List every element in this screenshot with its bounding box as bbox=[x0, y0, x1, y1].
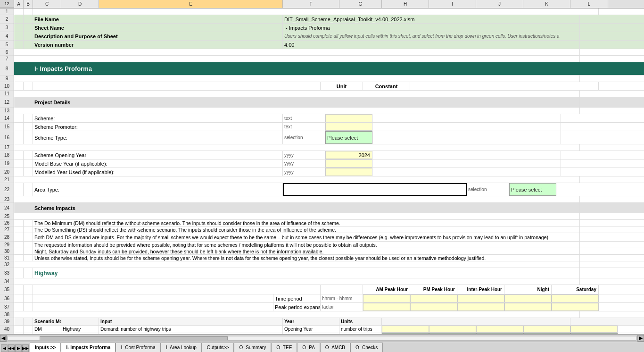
tab-next-button[interactable]: ▶ bbox=[15, 344, 22, 352]
rownum-11: 11 bbox=[0, 91, 14, 97]
row-27-ds: The Do Something (DS) should reflect the… bbox=[14, 226, 644, 233]
cell-scheme-label: Scheme: bbox=[33, 114, 283, 122]
cell-41-ip-select[interactable]: Please select bbox=[476, 333, 523, 334]
rownum-16: 16 bbox=[0, 131, 14, 144]
col-header-L[interactable]: L bbox=[570, 0, 608, 8]
rownum-21: 21 bbox=[0, 176, 14, 183]
scroll-track-h[interactable] bbox=[8, 336, 636, 341]
cell-41-night-select[interactable]: Please select bbox=[523, 333, 570, 334]
col-header-I[interactable]: I bbox=[429, 0, 476, 8]
cell-35-spacer bbox=[33, 285, 321, 294]
cell-35-A bbox=[14, 285, 24, 294]
cell-10-A bbox=[14, 82, 24, 90]
cell-time-am[interactable] bbox=[363, 294, 410, 302]
tab-outputs[interactable]: Outputs>> bbox=[202, 343, 234, 352]
col-header-D[interactable]: D bbox=[61, 0, 99, 8]
horizontal-scrollbar[interactable]: ◀ ▶ bbox=[0, 334, 644, 342]
cell-area-select[interactable]: Please select bbox=[509, 183, 556, 196]
cell-year-header: Year bbox=[283, 318, 339, 325]
tab-tee[interactable]: O- TEE bbox=[271, 343, 297, 352]
col-header-A[interactable]: A bbox=[14, 0, 24, 8]
cell-promoter-input[interactable] bbox=[325, 123, 372, 131]
cell-41-pm-select[interactable]: Please select bbox=[429, 333, 476, 334]
cell-40-units: number of trips bbox=[339, 326, 382, 333]
cell-mod-year-unit: yyyy bbox=[283, 168, 325, 176]
tab-first-button[interactable]: ◀◀ bbox=[8, 344, 15, 352]
cell-mod-year-label: Modelled Year Used (if applicable): bbox=[33, 168, 283, 176]
cell-12-B bbox=[24, 97, 33, 107]
scroll-right-arrow[interactable]: ▶ bbox=[637, 335, 644, 342]
tab-area-lookup[interactable]: I- Area Lookup bbox=[161, 343, 202, 352]
col-header-B[interactable]: B bbox=[24, 0, 33, 8]
cell-41-scenario: DM bbox=[33, 333, 61, 334]
cell-desc-value: Users should complete all yellow input c… bbox=[283, 32, 580, 40]
cell-mod-year-value[interactable] bbox=[325, 168, 372, 176]
cell-37-A bbox=[14, 303, 24, 311]
row-5: Version number 4.00 bbox=[14, 41, 644, 49]
cell-area-outlined[interactable] bbox=[283, 183, 467, 196]
cell-8-A bbox=[14, 62, 24, 75]
tab-prev-button[interactable]: ◀ bbox=[1, 344, 8, 352]
rownum-15: 15 bbox=[0, 123, 14, 131]
cell-peak-night[interactable] bbox=[504, 303, 552, 311]
cell-scheme-type-select[interactable]: Please select bbox=[325, 131, 372, 144]
cell-time-ip[interactable] bbox=[457, 294, 504, 302]
tab-cost[interactable]: I- Cost Proforma bbox=[116, 343, 160, 352]
cell-26-A bbox=[14, 220, 24, 226]
scroll-left-arrow[interactable]: ◀ bbox=[0, 335, 7, 342]
cell-peak-ip[interactable] bbox=[457, 303, 504, 311]
scroll-thumb-h[interactable] bbox=[40, 336, 228, 340]
cell-40-night[interactable] bbox=[523, 326, 570, 333]
rownum-34: 34 bbox=[0, 278, 14, 285]
cell-peak-pm[interactable] bbox=[410, 303, 457, 311]
col-header-F[interactable]: F bbox=[283, 0, 339, 8]
cell-41-sat-select[interactable]: Please select bbox=[570, 333, 618, 334]
cell-peak-am[interactable] bbox=[363, 303, 410, 311]
bottom-area: ◀ ▶ ◀ ◀◀ ▶ ▶▶ Inputs >> I- Impacts Profo… bbox=[0, 334, 644, 352]
cell-area-unit: selection bbox=[467, 183, 509, 196]
cell-time-sat[interactable] bbox=[552, 294, 599, 302]
grid-content: File Name DIT_Small_Scheme_Appraisal_Too… bbox=[14, 8, 644, 334]
tab-checks[interactable]: O- Checks bbox=[350, 343, 383, 352]
cell-39-rest bbox=[382, 318, 570, 325]
cell-peak-sat[interactable] bbox=[552, 303, 599, 311]
tab-impacts[interactable]: I- Impacts Proforma bbox=[61, 343, 116, 352]
cell-25-empty bbox=[14, 213, 580, 219]
cell-31-A bbox=[14, 255, 24, 261]
cell-20-A bbox=[14, 168, 24, 176]
rownum-33: 33 bbox=[0, 268, 14, 278]
cell-time-night[interactable] bbox=[504, 294, 552, 302]
row-16-type: Scheme Type: selection Please select bbox=[14, 131, 644, 144]
row-9 bbox=[14, 75, 644, 82]
cell-base-year-unit: yyyy bbox=[283, 159, 325, 168]
cell-40-mode: Highway bbox=[61, 326, 99, 333]
col-header-K[interactable]: K bbox=[523, 0, 570, 8]
spreadsheet-container: 12 A B C D E F G H I J K L 1 2 3 4 5 6 7… bbox=[0, 0, 644, 352]
cell-file-name-value: DIT_Small_Scheme_Appraisal_Toolkit_v4.00… bbox=[283, 15, 580, 23]
col-header-J[interactable]: J bbox=[476, 0, 523, 8]
col-header-C[interactable]: C bbox=[33, 0, 61, 8]
cell-time-pm[interactable] bbox=[410, 294, 457, 302]
cell-24-B bbox=[24, 203, 33, 213]
col-header-E[interactable]: E bbox=[99, 0, 283, 8]
tab-last-button[interactable]: ▶▶ bbox=[22, 344, 29, 352]
col-header-H[interactable]: H bbox=[382, 0, 429, 8]
cell-10-spacer bbox=[33, 82, 321, 90]
cell-40-am[interactable] bbox=[382, 326, 429, 333]
cell-scheme-input[interactable] bbox=[325, 114, 372, 122]
cell-15-B bbox=[24, 123, 33, 131]
tab-pa[interactable]: O- PA bbox=[297, 343, 320, 352]
tab-inputs[interactable]: Inputs >> bbox=[30, 343, 61, 352]
cell-40-pm[interactable] bbox=[429, 326, 476, 333]
cell-1-B bbox=[24, 8, 33, 15]
cell-41-am-select[interactable]: Please select bbox=[382, 333, 429, 334]
cell-40-ip[interactable] bbox=[476, 326, 523, 333]
cell-29-A bbox=[14, 242, 24, 248]
cell-opening-year-value[interactable]: 2024 bbox=[325, 151, 372, 159]
tab-summary[interactable]: O- Summary bbox=[234, 343, 271, 352]
row-13 bbox=[14, 108, 644, 114]
cell-40-sat[interactable] bbox=[570, 326, 618, 333]
cell-base-year-value[interactable] bbox=[325, 159, 372, 168]
tab-amcb[interactable]: O- AMCB bbox=[320, 343, 350, 352]
col-header-G[interactable]: G bbox=[339, 0, 382, 8]
